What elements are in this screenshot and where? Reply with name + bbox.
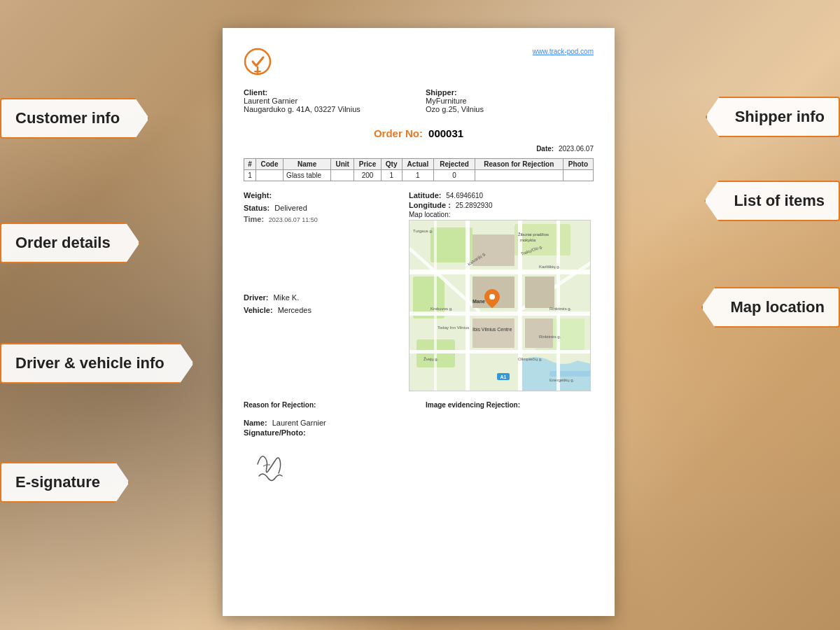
delivery-right: Latitude: 54.6946610 Longitude : 25.2892…: [409, 191, 594, 391]
client-address: Naugarduko g. 41A, 03227 Vilnius: [244, 105, 412, 113]
doc-header: www.track-pod.com: [244, 48, 594, 76]
map-location-section-label: Map location:: [409, 211, 594, 218]
row-num: 1: [244, 170, 256, 181]
svg-rect-13: [556, 220, 560, 391]
col-actual: Actual: [402, 159, 434, 170]
shipper-label: Shipper:: [426, 88, 594, 97]
status-label: Status:: [244, 204, 270, 212]
client-label: Client:: [244, 88, 412, 97]
sig-name-value: Laurent Garnier: [272, 419, 326, 427]
vehicle-value: Mercedes: [278, 306, 312, 314]
longitude-value: 25.2892930: [456, 202, 493, 209]
svg-rect-14: [434, 220, 437, 391]
order-details-label: Order details: [0, 223, 214, 263]
driver-label: Driver:: [244, 293, 268, 302]
svg-text:Krokuvos g.: Krokuvos g.: [430, 307, 453, 311]
sig-name-line: Name: Laurent Garnier: [244, 419, 594, 427]
map-location-label: Map location: [623, 287, 840, 328]
driver-vehicle-text: Driver & vehicle info: [15, 354, 164, 372]
driver-vehicle-arrow-box: Driver & vehicle info: [0, 343, 194, 384]
driver-vehicle-section: Driver: Mike K. Vehicle: Mercedes: [244, 293, 395, 314]
map-container: Kalvarijų g. Trakų/Olo g. Krokuvos g. Ka…: [409, 220, 591, 391]
signature-section: Name: Laurent Garnier Signature/Photo:: [244, 419, 594, 490]
image-evidence-label: Image evidencing Rejection:: [426, 401, 594, 409]
row-code: [255, 170, 283, 181]
weight-line: Weight:: [244, 191, 395, 200]
shipper-block: Shipper: MyFurniture Ozo g.25, Vilnius: [426, 88, 594, 113]
col-name: Name: [284, 159, 331, 170]
order-title: Order No: 000031: [244, 127, 594, 139]
map-location-text: Map location: [731, 298, 825, 316]
svg-text:Žiburiai pradžios: Žiburiai pradžios: [518, 232, 549, 237]
driver-line: Driver: Mike K.: [244, 293, 395, 302]
driver-vehicle-label: Driver & vehicle info: [0, 343, 220, 384]
svg-text:mokykla: mokykla: [520, 238, 536, 242]
svg-text:Mane: Mane: [472, 299, 485, 304]
svg-text:Rinktinės g.: Rinktinės g.: [550, 307, 572, 311]
time-value: 2023.06.07 11:50: [269, 216, 318, 223]
col-rejected: Rejected: [434, 159, 475, 170]
driver-value: Mike K.: [274, 293, 300, 302]
list-of-items-label: List of items: [626, 181, 840, 221]
rejection-left: Reason for Rejection:: [244, 401, 412, 409]
shipper-name: MyFurniture: [426, 97, 594, 105]
svg-text:Today Inn Vilnius: Today Inn Vilnius: [438, 326, 469, 330]
longitude-line: Longitude : 25.2892930: [409, 201, 594, 209]
svg-text:Turgaus g.: Turgaus g.: [413, 229, 433, 233]
svg-text:Olimpiečių g.: Olimpiečių g.: [518, 357, 542, 361]
list-of-items-text: List of items: [734, 192, 825, 209]
row-price: 200: [354, 170, 382, 181]
svg-rect-11: [465, 220, 470, 391]
svg-rect-12: [518, 220, 522, 391]
logo-icon: [244, 48, 272, 76]
row-qty: 1: [381, 170, 402, 181]
longitude-label: Longitude :: [409, 201, 451, 209]
col-qty: Qty: [381, 159, 402, 170]
vehicle-line: Vehicle: Mercedes: [244, 306, 395, 314]
sig-name-label: Name:: [244, 419, 267, 427]
table-row: 1 Glass table 200 1 1 0: [244, 170, 594, 181]
website-link[interactable]: www.track-pod.com: [533, 48, 594, 55]
col-price: Price: [354, 159, 382, 170]
e-signature-label: E-signature: [0, 462, 206, 503]
table-header-row: # Code Name Unit Price Qty Actual Reject…: [244, 159, 594, 170]
client-shipper-section: Client: Laurent Garnier Naugarduko g. 41…: [244, 88, 594, 113]
time-label: Time:: [244, 215, 264, 223]
row-rejected: 0: [434, 170, 475, 181]
rejection-reason-label: Reason for Rejection:: [244, 401, 412, 409]
delivery-section: Weight: Status: Delivered Time: 2023.06.…: [244, 191, 594, 391]
col-code: Code: [255, 159, 283, 170]
svg-rect-18: [525, 276, 554, 308]
shipper-info-label: Shipper info: [634, 97, 840, 137]
row-actual: 1: [402, 170, 434, 181]
latitude-value: 54.6946610: [446, 192, 483, 200]
customer-info-label: Customer info: [0, 98, 214, 139]
order-details-text: Order details: [15, 234, 111, 251]
latitude-line: Latitude: 54.6946610: [409, 191, 594, 200]
date-line: Date: 2023.06.07: [244, 145, 594, 153]
row-unit: [331, 170, 354, 181]
svg-text:A1: A1: [500, 374, 507, 379]
row-photo: [563, 170, 593, 181]
col-photo: Photo: [563, 159, 593, 170]
sig-label-line: Signature/Photo:: [244, 428, 594, 437]
customer-info-text: Customer info: [15, 109, 120, 127]
vehicle-label: Vehicle:: [244, 306, 273, 314]
svg-rect-17: [472, 318, 514, 348]
col-unit: Unit: [331, 159, 354, 170]
status-value: Delivered: [274, 204, 307, 212]
delivery-left: Weight: Status: Delivered Time: 2023.06.…: [244, 191, 395, 391]
row-reason: [475, 170, 563, 181]
shipper-address: Ozo g.25, Vilnius: [426, 105, 594, 113]
e-signature-text: E-signature: [15, 473, 100, 491]
weight-label: Weight:: [244, 191, 272, 200]
svg-text:Žvejų g.: Žvejų g.: [424, 356, 439, 361]
date-label: Date:: [536, 145, 554, 153]
order-details-arrow-box: Order details: [0, 223, 140, 263]
rejection-section: Reason for Rejection: Image evidencing R…: [244, 401, 594, 409]
e-signature-arrow-box: E-signature: [0, 462, 130, 503]
svg-text:Rinktinės g.: Rinktinės g.: [539, 335, 561, 339]
date-value: 2023.06.07: [559, 145, 594, 153]
svg-rect-7: [550, 371, 591, 377]
svg-point-38: [489, 294, 495, 300]
